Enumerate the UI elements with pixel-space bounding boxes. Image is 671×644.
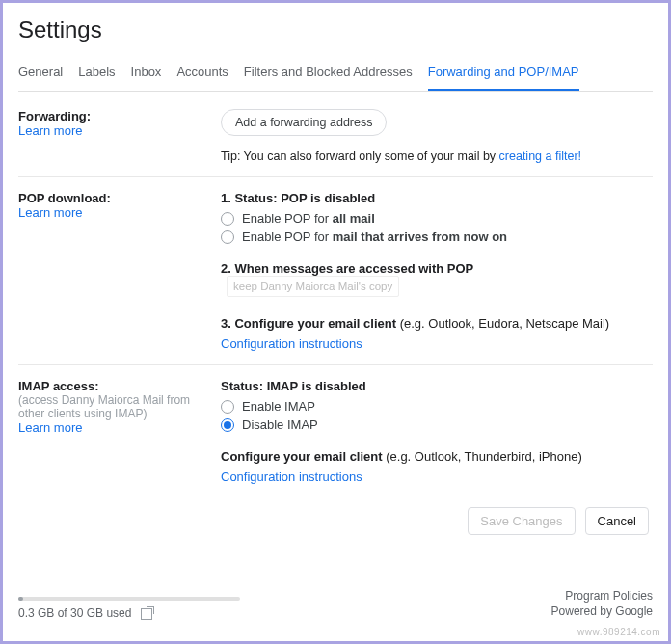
- pop-step3: 3. Configure your email client (e.g. Out…: [221, 316, 653, 331]
- imap-enable-radio[interactable]: Enable IMAP: [221, 399, 653, 414]
- tab-labels[interactable]: Labels: [78, 55, 115, 91]
- footer: 0.3 GB of 30 GB used Program Policies Po…: [18, 587, 653, 620]
- section-pop-download: POP download: Learn more 1. Status: POP …: [18, 177, 653, 365]
- creating-filter-link[interactable]: creating a filter!: [499, 149, 581, 163]
- tab-accounts[interactable]: Accounts: [176, 55, 228, 91]
- imap-config-instructions-link[interactable]: Configuration instructions: [221, 470, 653, 484]
- settings-tabs: General Labels Inbox Accounts Filters an…: [18, 55, 653, 92]
- radio-unchecked-icon: [221, 400, 234, 414]
- storage-bar: [18, 597, 240, 601]
- powered-by-text: Powered by Google: [551, 604, 653, 618]
- cancel-button[interactable]: Cancel: [585, 507, 649, 535]
- section-imap-access: IMAP access: (access Danny Maiorca Mail …: [18, 365, 653, 497]
- section-forwarding: Forwarding: Learn more Add a forwarding …: [18, 95, 653, 177]
- radio-checked-icon: [221, 418, 234, 432]
- forwarding-learn-more-link[interactable]: Learn more: [18, 123, 209, 138]
- program-policies-link[interactable]: Program Policies: [551, 589, 653, 603]
- add-forwarding-address-button[interactable]: Add a forwarding address: [221, 109, 387, 136]
- tab-forwarding-pop-imap[interactable]: Forwarding and POP/IMAP: [428, 55, 579, 92]
- pop-message-action-dropdown[interactable]: keep Danny Maiorca Mail's copy: [227, 276, 399, 297]
- imap-status: Status: IMAP is disabled: [221, 379, 653, 393]
- storage-indicator: 0.3 GB of 30 GB used: [18, 597, 240, 620]
- tab-filters[interactable]: Filters and Blocked Addresses: [244, 55, 413, 91]
- forwarding-heading: Forwarding:: [18, 109, 209, 123]
- watermark: www.989214.com: [577, 627, 660, 637]
- forwarding-tip: Tip: You can also forward only some of y…: [221, 149, 653, 163]
- imap-heading: IMAP access:: [18, 379, 209, 393]
- imap-subtext: (access Danny Maiorca Mail from other cl…: [18, 393, 209, 420]
- radio-unchecked-icon: [221, 230, 234, 244]
- radio-unchecked-icon: [221, 212, 234, 226]
- forwarding-tip-text: Tip: You can also forward only some of y…: [221, 149, 499, 163]
- action-row: Save Changes Cancel: [18, 497, 653, 541]
- storage-text: 0.3 GB of 30 GB used: [18, 606, 131, 620]
- pop-learn-more-link[interactable]: Learn more: [18, 205, 209, 220]
- pop-step2: 2. When messages are accessed with POP k…: [221, 261, 653, 297]
- imap-disable-radio[interactable]: Disable IMAP: [221, 417, 653, 432]
- tab-general[interactable]: General: [18, 55, 63, 91]
- save-changes-button[interactable]: Save Changes: [468, 507, 575, 535]
- external-link-icon[interactable]: [141, 608, 152, 620]
- pop-status: 1. Status: POP is disabled: [221, 191, 653, 205]
- imap-learn-more-link[interactable]: Learn more: [18, 420, 209, 435]
- imap-configure: Configure your email client (e.g. Outloo…: [221, 449, 653, 464]
- pop-enable-from-now-radio[interactable]: Enable POP for mail that arrives from no…: [221, 229, 653, 244]
- tab-inbox[interactable]: Inbox: [131, 55, 162, 91]
- page-title: Settings: [18, 16, 653, 43]
- pop-enable-all-mail-radio[interactable]: Enable POP for all mail: [221, 211, 653, 226]
- pop-heading: POP download:: [18, 191, 209, 205]
- pop-config-instructions-link[interactable]: Configuration instructions: [221, 336, 653, 351]
